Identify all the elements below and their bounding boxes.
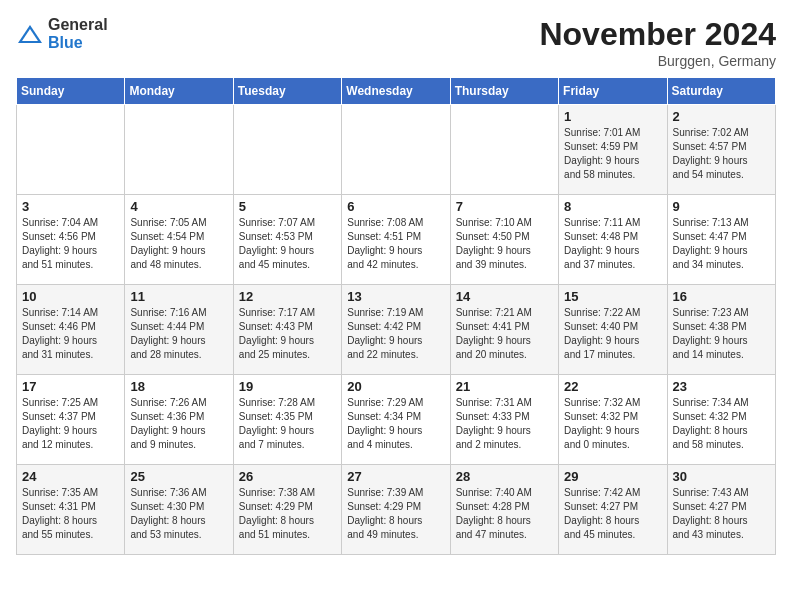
day-info: Sunrise: 7:08 AM Sunset: 4:51 PM Dayligh… xyxy=(347,216,444,272)
calendar-header-day: Sunday xyxy=(17,78,125,105)
calendar-cell: 8Sunrise: 7:11 AM Sunset: 4:48 PM Daylig… xyxy=(559,195,667,285)
day-number: 29 xyxy=(564,469,661,484)
day-info: Sunrise: 7:19 AM Sunset: 4:42 PM Dayligh… xyxy=(347,306,444,362)
day-info: Sunrise: 7:32 AM Sunset: 4:32 PM Dayligh… xyxy=(564,396,661,452)
calendar-header-day: Tuesday xyxy=(233,78,341,105)
calendar-week-row: 1Sunrise: 7:01 AM Sunset: 4:59 PM Daylig… xyxy=(17,105,776,195)
day-info: Sunrise: 7:11 AM Sunset: 4:48 PM Dayligh… xyxy=(564,216,661,272)
day-number: 3 xyxy=(22,199,119,214)
calendar-cell: 10Sunrise: 7:14 AM Sunset: 4:46 PM Dayli… xyxy=(17,285,125,375)
calendar-cell: 6Sunrise: 7:08 AM Sunset: 4:51 PM Daylig… xyxy=(342,195,450,285)
calendar-cell: 26Sunrise: 7:38 AM Sunset: 4:29 PM Dayli… xyxy=(233,465,341,555)
day-info: Sunrise: 7:25 AM Sunset: 4:37 PM Dayligh… xyxy=(22,396,119,452)
calendar-cell: 1Sunrise: 7:01 AM Sunset: 4:59 PM Daylig… xyxy=(559,105,667,195)
calendar-cell: 25Sunrise: 7:36 AM Sunset: 4:30 PM Dayli… xyxy=(125,465,233,555)
day-number: 23 xyxy=(673,379,770,394)
logo-blue: Blue xyxy=(48,34,83,51)
day-number: 17 xyxy=(22,379,119,394)
day-number: 9 xyxy=(673,199,770,214)
day-info: Sunrise: 7:36 AM Sunset: 4:30 PM Dayligh… xyxy=(130,486,227,542)
day-info: Sunrise: 7:22 AM Sunset: 4:40 PM Dayligh… xyxy=(564,306,661,362)
calendar-week-row: 10Sunrise: 7:14 AM Sunset: 4:46 PM Dayli… xyxy=(17,285,776,375)
day-info: Sunrise: 7:26 AM Sunset: 4:36 PM Dayligh… xyxy=(130,396,227,452)
calendar-cell xyxy=(233,105,341,195)
calendar-cell: 7Sunrise: 7:10 AM Sunset: 4:50 PM Daylig… xyxy=(450,195,558,285)
day-info: Sunrise: 7:14 AM Sunset: 4:46 PM Dayligh… xyxy=(22,306,119,362)
calendar-cell: 5Sunrise: 7:07 AM Sunset: 4:53 PM Daylig… xyxy=(233,195,341,285)
calendar-cell: 2Sunrise: 7:02 AM Sunset: 4:57 PM Daylig… xyxy=(667,105,775,195)
calendar-cell: 30Sunrise: 7:43 AM Sunset: 4:27 PM Dayli… xyxy=(667,465,775,555)
day-info: Sunrise: 7:10 AM Sunset: 4:50 PM Dayligh… xyxy=(456,216,553,272)
calendar-cell: 21Sunrise: 7:31 AM Sunset: 4:33 PM Dayli… xyxy=(450,375,558,465)
calendar-cell: 16Sunrise: 7:23 AM Sunset: 4:38 PM Dayli… xyxy=(667,285,775,375)
calendar-cell: 28Sunrise: 7:40 AM Sunset: 4:28 PM Dayli… xyxy=(450,465,558,555)
logo: General Blue xyxy=(16,16,108,52)
day-number: 7 xyxy=(456,199,553,214)
day-number: 1 xyxy=(564,109,661,124)
calendar-cell: 14Sunrise: 7:21 AM Sunset: 4:41 PM Dayli… xyxy=(450,285,558,375)
day-number: 30 xyxy=(673,469,770,484)
calendar-cell: 22Sunrise: 7:32 AM Sunset: 4:32 PM Dayli… xyxy=(559,375,667,465)
day-number: 4 xyxy=(130,199,227,214)
calendar-cell: 19Sunrise: 7:28 AM Sunset: 4:35 PM Dayli… xyxy=(233,375,341,465)
day-number: 18 xyxy=(130,379,227,394)
day-info: Sunrise: 7:01 AM Sunset: 4:59 PM Dayligh… xyxy=(564,126,661,182)
calendar-header-day: Wednesday xyxy=(342,78,450,105)
day-info: Sunrise: 7:23 AM Sunset: 4:38 PM Dayligh… xyxy=(673,306,770,362)
day-info: Sunrise: 7:35 AM Sunset: 4:31 PM Dayligh… xyxy=(22,486,119,542)
day-info: Sunrise: 7:16 AM Sunset: 4:44 PM Dayligh… xyxy=(130,306,227,362)
calendar-week-row: 24Sunrise: 7:35 AM Sunset: 4:31 PM Dayli… xyxy=(17,465,776,555)
calendar-week-row: 3Sunrise: 7:04 AM Sunset: 4:56 PM Daylig… xyxy=(17,195,776,285)
calendar-cell: 23Sunrise: 7:34 AM Sunset: 4:32 PM Dayli… xyxy=(667,375,775,465)
day-number: 22 xyxy=(564,379,661,394)
day-info: Sunrise: 7:43 AM Sunset: 4:27 PM Dayligh… xyxy=(673,486,770,542)
day-info: Sunrise: 7:13 AM Sunset: 4:47 PM Dayligh… xyxy=(673,216,770,272)
calendar-cell: 18Sunrise: 7:26 AM Sunset: 4:36 PM Dayli… xyxy=(125,375,233,465)
day-info: Sunrise: 7:31 AM Sunset: 4:33 PM Dayligh… xyxy=(456,396,553,452)
day-info: Sunrise: 7:17 AM Sunset: 4:43 PM Dayligh… xyxy=(239,306,336,362)
day-info: Sunrise: 7:21 AM Sunset: 4:41 PM Dayligh… xyxy=(456,306,553,362)
day-number: 2 xyxy=(673,109,770,124)
day-number: 5 xyxy=(239,199,336,214)
day-number: 19 xyxy=(239,379,336,394)
logo-general: General xyxy=(48,16,108,33)
month-title: November 2024 xyxy=(539,16,776,53)
day-number: 15 xyxy=(564,289,661,304)
day-info: Sunrise: 7:42 AM Sunset: 4:27 PM Dayligh… xyxy=(564,486,661,542)
day-number: 24 xyxy=(22,469,119,484)
calendar-cell: 4Sunrise: 7:05 AM Sunset: 4:54 PM Daylig… xyxy=(125,195,233,285)
day-info: Sunrise: 7:07 AM Sunset: 4:53 PM Dayligh… xyxy=(239,216,336,272)
day-number: 16 xyxy=(673,289,770,304)
calendar-header-day: Monday xyxy=(125,78,233,105)
calendar-cell xyxy=(342,105,450,195)
calendar-cell: 29Sunrise: 7:42 AM Sunset: 4:27 PM Dayli… xyxy=(559,465,667,555)
day-number: 20 xyxy=(347,379,444,394)
day-number: 12 xyxy=(239,289,336,304)
calendar-header-row: SundayMondayTuesdayWednesdayThursdayFrid… xyxy=(17,78,776,105)
day-info: Sunrise: 7:29 AM Sunset: 4:34 PM Dayligh… xyxy=(347,396,444,452)
day-info: Sunrise: 7:39 AM Sunset: 4:29 PM Dayligh… xyxy=(347,486,444,542)
calendar-week-row: 17Sunrise: 7:25 AM Sunset: 4:37 PM Dayli… xyxy=(17,375,776,465)
calendar-cell xyxy=(125,105,233,195)
calendar-cell: 15Sunrise: 7:22 AM Sunset: 4:40 PM Dayli… xyxy=(559,285,667,375)
calendar-cell: 12Sunrise: 7:17 AM Sunset: 4:43 PM Dayli… xyxy=(233,285,341,375)
calendar-cell: 20Sunrise: 7:29 AM Sunset: 4:34 PM Dayli… xyxy=(342,375,450,465)
day-info: Sunrise: 7:05 AM Sunset: 4:54 PM Dayligh… xyxy=(130,216,227,272)
calendar-cell: 11Sunrise: 7:16 AM Sunset: 4:44 PM Dayli… xyxy=(125,285,233,375)
day-info: Sunrise: 7:40 AM Sunset: 4:28 PM Dayligh… xyxy=(456,486,553,542)
day-number: 25 xyxy=(130,469,227,484)
header-area: General Blue November 2024 Burggen, Germ… xyxy=(16,16,776,69)
day-number: 10 xyxy=(22,289,119,304)
calendar-body: 1Sunrise: 7:01 AM Sunset: 4:59 PM Daylig… xyxy=(17,105,776,555)
calendar-cell: 9Sunrise: 7:13 AM Sunset: 4:47 PM Daylig… xyxy=(667,195,775,285)
logo-icon xyxy=(16,23,44,45)
calendar-cell: 13Sunrise: 7:19 AM Sunset: 4:42 PM Dayli… xyxy=(342,285,450,375)
calendar-cell: 3Sunrise: 7:04 AM Sunset: 4:56 PM Daylig… xyxy=(17,195,125,285)
calendar-cell: 27Sunrise: 7:39 AM Sunset: 4:29 PM Dayli… xyxy=(342,465,450,555)
title-area: November 2024 Burggen, Germany xyxy=(539,16,776,69)
calendar-header-day: Friday xyxy=(559,78,667,105)
day-info: Sunrise: 7:38 AM Sunset: 4:29 PM Dayligh… xyxy=(239,486,336,542)
day-number: 21 xyxy=(456,379,553,394)
day-number: 8 xyxy=(564,199,661,214)
calendar-cell: 24Sunrise: 7:35 AM Sunset: 4:31 PM Dayli… xyxy=(17,465,125,555)
